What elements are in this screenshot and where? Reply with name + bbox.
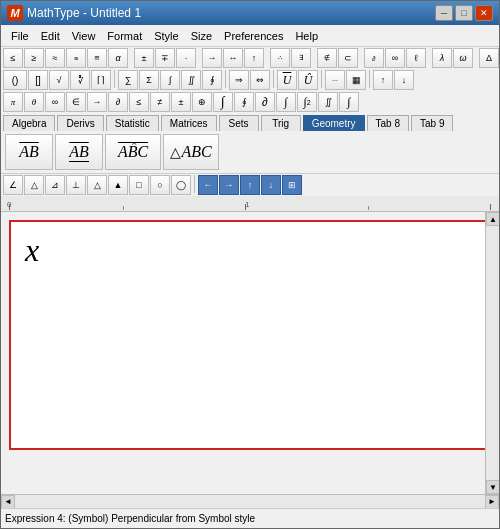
sym-arrow-lr[interactable]: ↔ xyxy=(223,48,243,68)
sym-U-bar[interactable]: U xyxy=(277,70,297,90)
tab-sets[interactable]: Sets xyxy=(219,115,259,131)
sym-ell[interactable]: ℓ xyxy=(406,48,426,68)
sym-angle[interactable]: ∠ xyxy=(3,175,23,195)
minimize-button[interactable]: ─ xyxy=(435,5,453,21)
sym-tri-filled[interactable]: ▲ xyxy=(108,175,128,195)
menu-format[interactable]: Format xyxy=(101,28,148,44)
sym-triangle[interactable]: △ xyxy=(24,175,44,195)
sym-paren[interactable]: () xyxy=(3,70,27,90)
template-triangle-ABC[interactable]: △ABC xyxy=(163,134,219,170)
nav-btn-4[interactable]: ↓ xyxy=(261,175,281,195)
sym-oint[interactable]: ∮ xyxy=(202,70,222,90)
h-scroll-track[interactable] xyxy=(15,495,485,508)
sym-leq2[interactable]: ≤ xyxy=(129,92,149,112)
scroll-right-button[interactable]: ► xyxy=(485,495,499,509)
sym-mp[interactable]: ∓ xyxy=(155,48,175,68)
sym-square[interactable]: □ xyxy=(129,175,149,195)
sym-partial2[interactable]: ∂ xyxy=(255,92,275,112)
sym-neq[interactable]: ≠ xyxy=(150,92,170,112)
editor-area[interactable]: x xyxy=(9,220,491,450)
sym-infty2[interactable]: ∞ xyxy=(45,92,65,112)
sym-Rightarrow[interactable]: ⇒ xyxy=(229,70,249,90)
sym-notin[interactable]: ∉ xyxy=(317,48,337,68)
sym-Delta[interactable]: Δ xyxy=(479,48,499,68)
nav-btn-2[interactable]: → xyxy=(219,175,239,195)
sym-dots[interactable]: ··· xyxy=(325,70,345,90)
sym-circle[interactable]: ◯ xyxy=(171,175,191,195)
sym-in[interactable]: ∈ xyxy=(66,92,86,112)
menu-size[interactable]: Size xyxy=(185,28,218,44)
sym-subset[interactable]: ⊂ xyxy=(338,48,358,68)
sym-omega[interactable]: ω xyxy=(453,48,473,68)
sym-int2[interactable]: ∫ xyxy=(213,92,233,112)
sym-darr[interactable]: ↓ xyxy=(394,70,414,90)
sym-alpha[interactable]: α xyxy=(108,48,128,68)
sym-therefore[interactable]: ∴ xyxy=(270,48,290,68)
tab-statistic[interactable]: Statistic xyxy=(106,115,159,131)
tab-matrices[interactable]: Matrices xyxy=(161,115,217,131)
sym-int5[interactable]: ∫ xyxy=(339,92,359,112)
tab-algebra[interactable]: Algebra xyxy=(3,115,55,131)
tab-geometry[interactable]: Geometry xyxy=(303,115,365,131)
tab-trig[interactable]: Trig xyxy=(261,115,301,131)
sym-sigma[interactable]: ∑ xyxy=(118,70,138,90)
menu-file[interactable]: File xyxy=(5,28,35,44)
sym-iint2[interactable]: ∬ xyxy=(318,92,338,112)
sym-contint[interactable]: ∮ xyxy=(234,92,254,112)
sym-arrow-r[interactable]: → xyxy=(202,48,222,68)
sym-cdot[interactable]: · xyxy=(176,48,196,68)
sym-uarr[interactable]: ↑ xyxy=(373,70,393,90)
nav-btn-1[interactable]: ← xyxy=(198,175,218,195)
close-button[interactable]: ✕ xyxy=(475,5,493,21)
sym-int[interactable]: ∫ xyxy=(160,70,180,90)
menu-help[interactable]: Help xyxy=(289,28,324,44)
sym-tri2[interactable]: △ xyxy=(87,175,107,195)
scroll-down-button[interactable]: ▼ xyxy=(486,480,500,494)
editor-content[interactable]: x xyxy=(11,222,489,279)
template-arc-ABC[interactable]: ⌢ ABC xyxy=(105,134,161,170)
sym-leq[interactable]: ≤ xyxy=(3,48,23,68)
sym-sqrt[interactable]: √ xyxy=(49,70,69,90)
sym-infty[interactable]: ∞ xyxy=(385,48,405,68)
menu-preferences[interactable]: Preferences xyxy=(218,28,289,44)
sym-del[interactable]: ∂ xyxy=(108,92,128,112)
template-AB-overline2[interactable]: AB xyxy=(55,134,103,170)
sym-int4[interactable]: ∫2 xyxy=(297,92,317,112)
maximize-button[interactable]: □ xyxy=(455,5,473,21)
sym-exists[interactable]: ∃ xyxy=(291,48,311,68)
sym-perp[interactable]: ⊥ xyxy=(66,175,86,195)
scroll-left-button[interactable]: ◄ xyxy=(1,495,15,509)
tab-derivs[interactable]: Derivs xyxy=(57,115,103,131)
sym-pi[interactable]: π xyxy=(3,92,23,112)
sym-ceil[interactable]: ⌈⌉ xyxy=(91,70,111,90)
sym-theta[interactable]: θ xyxy=(24,92,44,112)
sym-arrow-ud[interactable]: ↑ xyxy=(244,48,264,68)
sym-circle-small[interactable]: ○ xyxy=(150,175,170,195)
sym-geq[interactable]: ≥ xyxy=(24,48,44,68)
sym-Leftrightarrow[interactable]: ⇔ xyxy=(250,70,270,90)
scroll-up-button[interactable]: ▲ xyxy=(486,212,500,226)
sym-U-hat[interactable]: Û xyxy=(298,70,318,90)
sym-int3[interactable]: ∫ xyxy=(276,92,296,112)
sym-cbrt[interactable]: ∛ xyxy=(70,70,90,90)
nav-btn-3[interactable]: ↑ xyxy=(240,175,260,195)
sym-right-tri[interactable]: ⊿ xyxy=(45,175,65,195)
tab-9[interactable]: Tab 9 xyxy=(411,115,453,131)
sym-oplus[interactable]: ⊕ xyxy=(192,92,212,112)
scroll-track[interactable] xyxy=(486,226,499,480)
sym-pm2[interactable]: ± xyxy=(171,92,191,112)
sym-pm[interactable]: ± xyxy=(134,48,154,68)
sym-to[interactable]: → xyxy=(87,92,107,112)
sym-cong[interactable]: ≅ xyxy=(87,48,107,68)
sym-bracket[interactable]: [] xyxy=(28,70,48,90)
sym-lambda[interactable]: λ xyxy=(432,48,452,68)
tab-8[interactable]: Tab 8 xyxy=(367,115,409,131)
sym-sigma2[interactable]: Σ xyxy=(139,70,159,90)
menu-edit[interactable]: Edit xyxy=(35,28,66,44)
sym-iint[interactable]: ∬ xyxy=(181,70,201,90)
nav-btn-5[interactable]: ⊞ xyxy=(282,175,302,195)
template-AB-overline[interactable]: AB xyxy=(5,134,53,170)
sym-approx[interactable]: ≈ xyxy=(45,48,65,68)
menu-style[interactable]: Style xyxy=(148,28,184,44)
menu-view[interactable]: View xyxy=(66,28,102,44)
